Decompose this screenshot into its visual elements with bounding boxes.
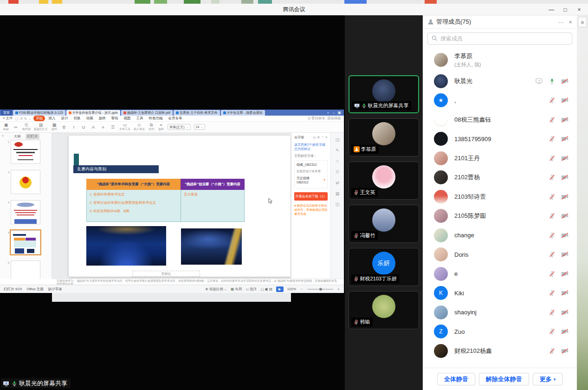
member-row[interactable]: shaoyinj: [423, 303, 577, 322]
camera-off-icon[interactable]: [561, 348, 569, 354]
mic-muted-icon[interactable]: [549, 136, 555, 142]
more-actions-button[interactable]: 更多▾: [533, 373, 563, 385]
screen-share-icon[interactable]: [536, 78, 543, 84]
document-icon: [176, 111, 179, 114]
mic-muted-icon[interactable]: [549, 328, 555, 335]
avatar: [434, 53, 448, 67]
mic-muted-icon[interactable]: [549, 290, 555, 296]
mic-muted-icon[interactable]: [549, 155, 555, 162]
video-tile[interactable]: 乐妍 财税2103丁乐妍: [349, 248, 419, 286]
slide-number: 3: [4, 200, 9, 224]
member-row[interactable]: 李慕原 (主持人, 我): [423, 48, 577, 72]
member-row[interactable]: 13851795909: [423, 130, 577, 149]
minimize-button[interactable]: —: [544, 4, 558, 15]
member-row[interactable]: 2105陈梦圆: [423, 207, 577, 226]
side-tool-icon: ⇄: [336, 181, 339, 185]
camera-off-icon[interactable]: [561, 213, 569, 219]
toolbar-item: I: [71, 125, 77, 130]
slideshow-play-icon: ▶: [276, 286, 284, 292]
side-tool-icon: ✎: [336, 148, 339, 153]
wps-slide-canvas: 竞赛内容与类别 “挑战杯”课外学术科技竞赛（“大挑”）竞赛内容 “挑战杯”创业赛…: [52, 133, 291, 302]
collapse-panel-icon: «: [2, 134, 4, 138]
camera-off-icon[interactable]: [561, 194, 569, 200]
member-row[interactable]: 2102曹杨: [423, 168, 577, 188]
tabbar-control-icon: ▣: [337, 110, 341, 115]
member-row[interactable]: K Kiki: [423, 284, 577, 303]
video-tile[interactable]: 耿晨光的屏幕共享: [349, 75, 419, 113]
camera-off-icon[interactable]: [561, 310, 569, 315]
search-input[interactable]: [427, 32, 572, 45]
desktop-fragment: [52, 0, 62, 4]
mic-muted-icon[interactable]: [549, 251, 555, 258]
sidebar-menu-button[interactable]: ≡: [578, 17, 587, 27]
member-row[interactable]: 耿晨光: [423, 72, 577, 91]
slide-thumbnail-row: 2: [4, 170, 52, 194]
member-row[interactable]: ★ ,: [423, 91, 577, 110]
mic-muted-icon: [354, 189, 359, 195]
tabbar-control-icon: ⌄: [332, 110, 336, 115]
mic-muted-icon[interactable]: [549, 271, 555, 277]
video-tile[interactable]: 韩瑜: [349, 291, 419, 329]
wps-slide-panel: « 大纲幻灯片 1 2: [0, 133, 52, 279]
camera-off-icon[interactable]: [561, 329, 569, 334]
mic-muted-icon[interactable]: [549, 232, 555, 239]
camera-off-icon[interactable]: [561, 252, 569, 257]
camera-off-icon[interactable]: [561, 175, 569, 180]
member-name: 2105陈梦圆: [454, 212, 486, 220]
status-icon: ▢ ▣ ▤: [260, 287, 272, 292]
camera-off-icon[interactable]: [561, 233, 569, 238]
member-row[interactable]: change: [423, 226, 577, 245]
video-tile[interactable]: 冯馨竹: [349, 205, 419, 243]
member-row[interactable]: e: [423, 264, 577, 284]
toolbar-item: ▤新建幻灯片: [34, 123, 48, 131]
mic-muted-icon[interactable]: [549, 117, 555, 123]
pane-control-icon: ✕: [325, 136, 328, 139]
desktop-fragment: [258, 0, 272, 4]
member-row[interactable]: 财税2102杨鑫: [423, 341, 577, 361]
avatar: [434, 170, 448, 184]
camera-off-icon[interactable]: [561, 290, 569, 296]
mic-muted-icon[interactable]: [549, 309, 555, 316]
member-row[interactable]: Doris: [423, 245, 577, 265]
panel-close-button[interactable]: ×: [569, 19, 572, 26]
ribbon-tab: 放映: [96, 116, 108, 121]
side-tool-icon: ◫: [336, 202, 340, 207]
toolbar-item: ◇插入形状: [134, 123, 145, 131]
panel-more-button[interactable]: ···: [558, 19, 564, 26]
pane-control-icon: ⌃: [321, 136, 323, 139]
video-tile[interactable]: 李慕原: [349, 118, 419, 156]
camera-off-icon[interactable]: [561, 98, 569, 103]
camera-off-icon[interactable]: [561, 136, 569, 142]
desktop-fragment: [154, 0, 167, 4]
mic-muted-icon[interactable]: [549, 348, 555, 354]
unmute-all-button[interactable]: 解除全体静音: [479, 373, 529, 385]
member-row[interactable]: Z Zuo: [423, 322, 577, 342]
mic-muted-icon[interactable]: [549, 194, 555, 200]
slide-section-title: 竞赛内容与类别: [73, 165, 159, 173]
camera-off-icon[interactable]: [561, 271, 569, 277]
avatar: [434, 74, 448, 88]
mic-on-icon[interactable]: [549, 78, 555, 84]
ribbon-tab: 设计: [58, 116, 70, 121]
video-tile[interactable]: 王文英: [349, 162, 419, 200]
slide-thumbnail-row: 3: [4, 200, 52, 224]
maximize-button[interactable]: □: [558, 4, 572, 15]
avatar: [434, 247, 448, 261]
camera-off-icon[interactable]: [561, 78, 569, 84]
mic-muted-icon[interactable]: [549, 174, 555, 181]
close-button[interactable]: ×: [572, 4, 586, 15]
mic-muted-icon[interactable]: [549, 97, 555, 104]
table-item: 1. 自然科学类学术论文: [90, 192, 178, 197]
chevron-down-icon: ▾: [554, 377, 556, 382]
camera-off-icon[interactable]: [561, 117, 569, 123]
avatar: [372, 295, 395, 318]
slide-accent-bar: [74, 154, 79, 166]
member-row[interactable]: 2101王丹: [423, 149, 577, 168]
mic-muted-icon[interactable]: [549, 213, 555, 219]
toolbar-item: ⌖选择: [158, 123, 164, 131]
member-row[interactable]: 08税三熊鑫钰: [423, 110, 577, 130]
member-row[interactable]: 2103邹诗萱: [423, 187, 577, 207]
mute-all-button[interactable]: 全体静音: [437, 373, 475, 385]
camera-off-icon[interactable]: [561, 156, 569, 161]
member-name: 李慕原: [454, 52, 481, 60]
